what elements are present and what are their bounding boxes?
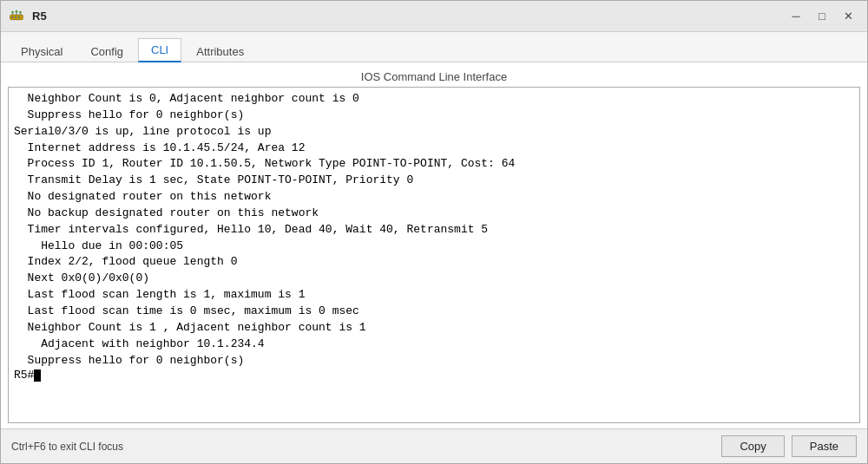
svg-rect-1 xyxy=(12,16,14,18)
svg-point-9 xyxy=(19,10,22,13)
status-bar: Ctrl+F6 to exit CLI focus Copy Paste xyxy=(1,428,867,463)
terminal-prompt: R5# xyxy=(14,369,854,382)
window-title: R5 xyxy=(32,10,784,23)
maximize-button[interactable]: □ xyxy=(810,6,834,27)
main-window: R5 ─ □ ✕ Physical Config CLI Attributes … xyxy=(0,0,868,464)
copy-button[interactable]: Copy xyxy=(721,435,784,457)
svg-rect-2 xyxy=(15,16,16,18)
app-icon xyxy=(8,8,25,25)
terminal-container[interactable]: Neighbor Count is 0, Adjacent neighbor c… xyxy=(8,87,860,423)
content-area: IOS Command Line Interface Neighbor Coun… xyxy=(1,62,867,428)
terminal-scroll[interactable]: Neighbor Count is 0, Adjacent neighbor c… xyxy=(9,88,859,422)
tab-cli[interactable]: CLI xyxy=(138,38,181,62)
close-button[interactable]: ✕ xyxy=(836,6,860,27)
tab-attributes[interactable]: Attributes xyxy=(183,40,257,62)
minimize-button[interactable]: ─ xyxy=(784,6,808,27)
status-hint: Ctrl+F6 to exit CLI focus xyxy=(11,441,123,453)
tab-config[interactable]: Config xyxy=(77,40,136,62)
tabs-bar: Physical Config CLI Attributes xyxy=(1,32,867,62)
ios-label: IOS Command Line Interface xyxy=(8,68,860,87)
svg-point-8 xyxy=(16,10,18,12)
svg-point-7 xyxy=(11,10,14,13)
status-buttons: Copy Paste xyxy=(721,435,857,457)
title-bar: R5 ─ □ ✕ xyxy=(1,1,867,32)
terminal-output: Neighbor Count is 0, Adjacent neighbor c… xyxy=(14,91,854,369)
paste-button[interactable]: Paste xyxy=(792,435,857,457)
window-controls: ─ □ ✕ xyxy=(784,6,860,27)
tab-physical[interactable]: Physical xyxy=(8,40,76,62)
svg-rect-3 xyxy=(18,16,20,18)
